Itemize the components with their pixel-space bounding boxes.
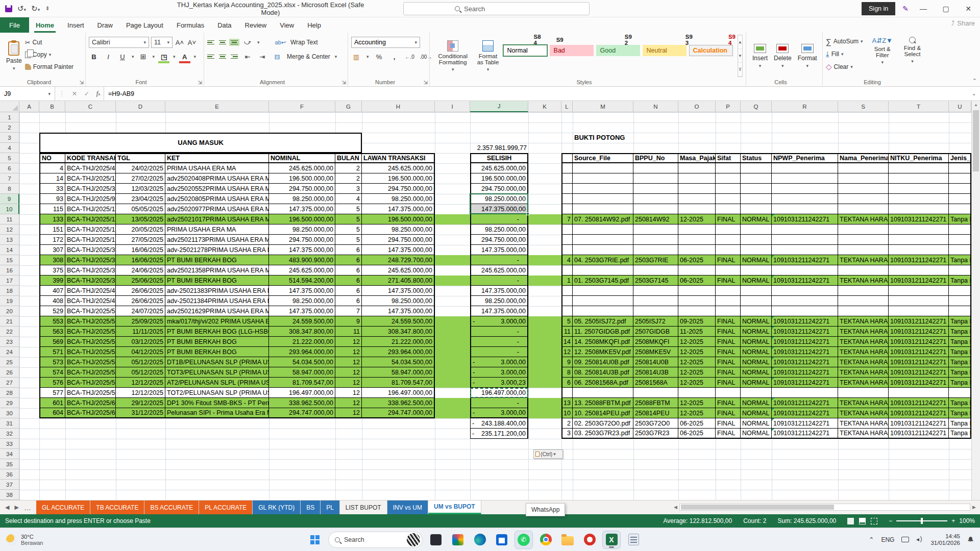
cell-kode[interactable]: BCA-THJ/2025/307 <box>65 245 116 255</box>
cell-nominal[interactable]: 98.250.000,00 <box>269 296 335 306</box>
cell-bulan[interactable]: 6 <box>335 255 362 265</box>
bp-cell-no[interactable]: 8 <box>561 367 573 378</box>
cell-kode[interactable]: BCA-THJ/2025/151 <box>65 224 116 235</box>
bp-cell-bppu-no[interactable] <box>633 306 678 316</box>
bp-cell-bppu-no[interactable] <box>633 204 678 214</box>
filler-cell[interactable] <box>435 327 470 337</box>
cell-bulan[interactable]: 3 <box>335 184 362 194</box>
orientation-button[interactable]: ⤻ <box>242 37 253 48</box>
insert-function-icon[interactable]: fx <box>96 90 100 97</box>
bp-cell-source-file[interactable]: 07. 250814W92.pdf <box>573 214 633 224</box>
bp-cell-status[interactable]: NORMAL <box>741 214 772 224</box>
column-header-S[interactable]: S <box>838 101 889 112</box>
cell-kode[interactable]: BCA-THJ/2025/4 <box>65 163 116 173</box>
bp-cell-bppu-no[interactable] <box>633 296 678 306</box>
bold-button[interactable]: B <box>89 51 99 62</box>
bp-cell-source-file[interactable]: 11. 2507GIDGB.pdf <box>573 327 633 337</box>
column-header-B[interactable]: B <box>39 101 65 112</box>
tab-home[interactable]: Home <box>29 17 61 33</box>
bp-cell-bppu-no[interactable]: 250814W92 <box>633 214 678 224</box>
browser-red-icon[interactable] <box>581 531 598 548</box>
excel-taskbar-icon[interactable]: X <box>603 531 620 548</box>
bp-cell-nitku[interactable]: 1091031211242271 <box>889 378 949 388</box>
qat-customize-icon[interactable]: ⇟ <box>45 5 50 12</box>
row-header-25[interactable]: 25 <box>0 357 19 367</box>
paste-options-button[interactable]: (Ctrl)▾ <box>533 449 563 459</box>
bp-cell-nitku[interactable] <box>889 235 949 245</box>
share-button[interactable]: ⤴Share <box>951 19 975 27</box>
cell-kode[interactable]: BCA-THJ/2025/399 <box>65 276 116 286</box>
bp-cell-nitku[interactable] <box>889 245 949 255</box>
cell-tgl[interactable]: 26/06/2025 <box>116 296 165 306</box>
bp-cell-nama[interactable] <box>838 286 889 296</box>
bp-cell-status[interactable] <box>741 296 772 306</box>
bp-cell-bppu-no[interactable]: 250814U0B <box>633 357 678 367</box>
filler-cell[interactable] <box>528 337 561 347</box>
cell-tgl[interactable]: 16/06/2025 <box>116 245 165 255</box>
filler-cell[interactable] <box>435 408 470 418</box>
bp-cell-sifat[interactable] <box>716 296 741 306</box>
cell-ket[interactable]: PRIMA USAHA ERA MA <box>165 163 269 173</box>
bp-cell-npwp[interactable] <box>772 204 838 214</box>
cell-no[interactable]: 573 <box>39 357 65 367</box>
bp-cell-npwp[interactable] <box>772 194 838 204</box>
cell-lawan[interactable]: 338.962.500,00 <box>362 398 435 408</box>
cell-nominal[interactable]: 293.964.000,00 <box>269 347 335 357</box>
bp-cell-nitku[interactable]: 1091031211242271 <box>889 398 949 408</box>
cell-ket[interactable]: mka/017/thj/vi/202 PRIMA USAHA ERA <box>165 316 269 327</box>
cell-lawan[interactable]: 147.375.000,00 <box>362 306 435 316</box>
bp-cell-jenis[interactable]: Tanpa F <box>949 255 971 265</box>
bp-cell-nama[interactable]: TEKTANA HARAPA <box>838 429 889 439</box>
selisih-cell[interactable]: -3.000,00 <box>470 408 528 418</box>
selisih-cell[interactable]: - <box>470 276 528 286</box>
cell-bulan[interactable]: 5 <box>335 224 362 235</box>
cell-kode[interactable]: BCA-THJ/2025/529 <box>65 306 116 316</box>
cell-ket[interactable]: adv25020805PRIMA USAHA ERA MA <box>165 194 269 204</box>
edge-icon[interactable] <box>471 531 488 548</box>
column-header-U[interactable]: U <box>949 101 971 112</box>
cell-lawan[interactable]: 54.034.500,00 <box>362 357 435 367</box>
bp-cell-bppu-no[interactable] <box>633 163 678 173</box>
bp-cell-no[interactable]: 10 <box>561 408 573 418</box>
cell-ket[interactable]: adv25020552PRIMA USAHA ERA MA <box>165 184 269 194</box>
bp-cell-source-file[interactable]: 13. 25088FBTM.pdf <box>573 398 633 408</box>
name-box[interactable]: J9▾ <box>0 87 55 101</box>
cell-lawan[interactable]: 147.375.000,00 <box>362 286 435 296</box>
cell-ket[interactable]: DT1B/PELUNASAN SLP (PRIMA USAHA <box>165 357 269 367</box>
store-icon[interactable] <box>493 531 510 548</box>
bp-cell-jenis[interactable]: Tanpa F <box>949 347 971 357</box>
bp-cell-source-file[interactable]: 08. 250814U3B.pdf <box>573 367 633 378</box>
bp-cell-status[interactable]: NORMAL <box>741 367 772 378</box>
bp-cell-source-file[interactable]: 14. 2508MKQFI.pdf <box>573 337 633 347</box>
filler-cell[interactable] <box>435 398 470 408</box>
cell-nominal[interactable]: 294.750.000,00 <box>269 184 335 194</box>
paste-button[interactable]: Paste▾ <box>3 35 25 77</box>
row-header-17[interactable]: 17 <box>0 276 19 286</box>
filler-cell[interactable] <box>435 378 470 388</box>
cell-ket[interactable]: adv25021629PRIMA USAHA ERA MA <box>165 306 269 316</box>
italic-button[interactable]: I <box>103 51 113 62</box>
bp-cell-npwp[interactable] <box>772 173 838 184</box>
speaker-icon[interactable] <box>916 537 923 543</box>
bp-cell-nitku[interactable] <box>889 296 949 306</box>
bp-cell-source-file[interactable]: 12. 2508MKE5V.pdf <box>573 347 633 357</box>
cell-nominal[interactable]: 338.962.500,00 <box>269 398 335 408</box>
bp-cell-nama[interactable] <box>838 163 889 173</box>
cell-ket[interactable]: PT BUMI BERKAH BOG <box>165 255 269 265</box>
bp-cell-jenis[interactable]: Tanpa F <box>949 316 971 327</box>
cell-bulan[interactable]: 12 <box>335 398 362 408</box>
cell-bulan[interactable]: 9 <box>335 316 362 327</box>
bp-cell-sifat[interactable]: FINAL <box>716 276 741 286</box>
sort-filter-button[interactable]: A⇵Z▼ Sort & Filter▾ <box>869 36 896 66</box>
sheet-tab-pl[interactable]: PL <box>321 500 340 514</box>
minimize-button[interactable]: — <box>916 5 931 13</box>
selisih-cell[interactable]: -243.188.400,00 <box>470 418 528 429</box>
cell-tgl[interactable]: 24/07/2025 <box>116 306 165 316</box>
bp-cell-masa-pajak[interactable] <box>678 204 716 214</box>
row-header-19[interactable]: 19 <box>0 296 19 306</box>
column-header-Q[interactable]: Q <box>741 101 772 112</box>
tab-file[interactable]: File <box>0 17 29 33</box>
bp-cell-nama[interactable]: TEKTANA HARAPA <box>838 316 889 327</box>
cell-no[interactable]: 4 <box>39 163 65 173</box>
selisih-cell[interactable]: - <box>470 327 528 337</box>
